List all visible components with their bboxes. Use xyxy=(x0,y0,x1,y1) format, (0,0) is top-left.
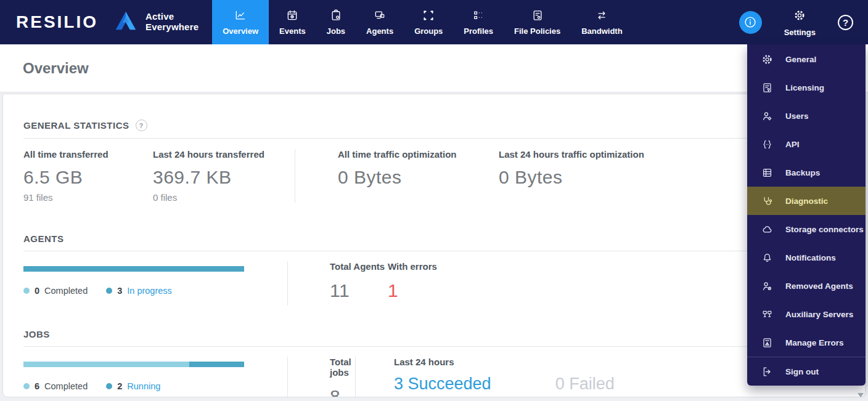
grid-dots-icon xyxy=(472,9,485,22)
settings-menu-item-sign-out[interactable]: Sign out xyxy=(747,357,866,386)
succeeded-value: 3 Succeeded xyxy=(394,375,491,394)
legend-count: 6 xyxy=(35,381,39,391)
total-agents-label: Total Agents xyxy=(330,261,388,272)
settings-menu-item-licensing[interactable]: Licensing xyxy=(747,73,866,102)
agents-row: 0 Completed 3 In progress Total Agents 1… xyxy=(23,261,847,306)
stat-value: 369.7 KB xyxy=(153,167,295,188)
product-name: Active Everywhere xyxy=(145,12,199,33)
nav-item-file-policies[interactable]: File Policies xyxy=(504,0,571,44)
chevron-down-icon xyxy=(858,393,864,397)
active-everywhere-brand: Active Everywhere xyxy=(113,10,199,34)
menu-item-label: Removed Agents xyxy=(785,282,853,291)
settings-dropdown-menu: General Licensing Users API Backups Diag… xyxy=(747,44,866,386)
menu-item-label: API xyxy=(785,140,800,149)
clipboard-icon xyxy=(330,9,342,22)
nav-item-overview[interactable]: Overview xyxy=(212,0,269,44)
legend-label: Completed xyxy=(44,381,88,391)
total-jobs-value: 8 xyxy=(330,386,355,397)
settings-menu-item-diagnostic[interactable]: Diagnostic xyxy=(747,187,866,215)
nav-item-label: Events xyxy=(279,26,306,36)
stat-value: 0 Bytes xyxy=(499,167,644,188)
legend-count: 2 xyxy=(117,381,122,391)
stat-all-time-transferred: All time transferred 6.5 GB 91 files xyxy=(23,149,153,203)
failed-value: 0 Failed xyxy=(555,375,615,394)
help-circle-icon[interactable]: ? xyxy=(136,119,147,131)
nav-item-label: Overview xyxy=(223,26,258,36)
menu-item-label: Manage Errors xyxy=(785,338,844,347)
divider xyxy=(23,346,865,347)
license-icon xyxy=(761,82,773,94)
scrollbar-down-button[interactable] xyxy=(855,390,866,400)
settings-menu-item-api[interactable]: API xyxy=(747,130,866,158)
legend-dot-icon xyxy=(106,383,112,389)
settings-menu-item-auxiliary-servers[interactable]: Auxiliary Servers xyxy=(747,300,866,328)
settings-menu-item-general[interactable]: General xyxy=(747,45,866,73)
settings-menu-item-notifications[interactable]: Notifications xyxy=(747,243,866,272)
settings-menu-item-removed-agents[interactable]: Removed Agents xyxy=(747,272,866,300)
nav-item-label: Groups xyxy=(414,26,443,36)
jobs-results: 3 Succeeded 0 Failed xyxy=(394,375,615,394)
settings-button[interactable]: Settings xyxy=(784,8,816,37)
menu-item-label: General xyxy=(785,55,816,64)
overview-card: GENERAL STATISTICS ? All time transferre… xyxy=(2,94,866,397)
legend-item: 0 Completed xyxy=(23,286,88,296)
user-remove-icon xyxy=(761,280,773,292)
file-warning-icon xyxy=(761,337,773,349)
nav-item-bandwidth[interactable]: Bandwidth xyxy=(571,0,633,44)
agents-progress-block: 0 Completed 3 In progress xyxy=(23,261,244,296)
settings-menu-item-backups[interactable]: Backups xyxy=(747,158,866,187)
nav-item-agents[interactable]: Agents xyxy=(356,0,404,44)
cloud-icon xyxy=(761,224,773,235)
jobs-header: JOBS xyxy=(23,329,847,339)
brand: RESILIO Active Everywhere xyxy=(0,0,212,44)
servers-icon xyxy=(761,309,773,320)
jobs-progress-bar xyxy=(23,362,244,367)
menu-item-label: Notifications xyxy=(785,253,836,262)
resilio-logo-icon xyxy=(113,10,139,34)
with-errors-label: With errors xyxy=(388,261,437,272)
bar-segment xyxy=(23,362,189,367)
license-icon xyxy=(761,82,773,94)
general-statistics-row: All time transferred 6.5 GB 91 files Las… xyxy=(23,149,847,203)
jobs-row: 6 Completed 2 Running Total jobs 8 Last … xyxy=(23,357,847,397)
help-button[interactable]: ? xyxy=(838,15,853,30)
nav-item-label: Agents xyxy=(366,26,393,36)
settings-menu-item-manage-errors[interactable]: Manage Errors xyxy=(747,328,866,357)
settings-menu-item-users[interactable]: Users xyxy=(747,102,866,130)
legend-item: 2 Running xyxy=(106,381,160,391)
legend-label: Running xyxy=(127,381,160,391)
settings-menu-item-storage-connectors[interactable]: Storage connectors xyxy=(747,215,866,243)
menu-item-label: Backups xyxy=(785,168,820,177)
stat-label: All time transferred xyxy=(23,149,153,160)
page-title: Overview xyxy=(23,44,868,92)
stat-sub: 0 files xyxy=(153,192,295,203)
page-header: Overview xyxy=(0,44,868,92)
arrows-swap-icon xyxy=(596,9,608,22)
bell-icon xyxy=(761,252,773,264)
with-errors-value: 1 xyxy=(388,280,437,301)
total-jobs-label: Total jobs xyxy=(330,357,355,378)
cloud-icon xyxy=(761,224,773,235)
gear-icon xyxy=(793,9,806,23)
stat-value: 0 Bytes xyxy=(338,167,499,188)
info-button[interactable] xyxy=(739,11,762,34)
stat-last24-transferred: Last 24 hours transferred 369.7 KB 0 fil… xyxy=(153,149,295,203)
resilio-logo-text: RESILIO xyxy=(16,12,98,32)
server-grid-icon xyxy=(761,167,773,179)
nav-item-profiles[interactable]: Profiles xyxy=(453,0,504,44)
menu-item-label: Users xyxy=(785,111,809,121)
calendar-icon xyxy=(286,9,298,22)
code-icon xyxy=(761,139,773,150)
grid-dots-icon xyxy=(472,9,485,22)
general-statistics-title: GENERAL STATISTICS xyxy=(23,120,129,131)
nav-item-groups[interactable]: Groups xyxy=(404,0,453,44)
legend-dot-icon xyxy=(23,288,30,294)
general-statistics-header: GENERAL STATISTICS ? xyxy=(23,94,847,131)
nav-item-events[interactable]: Events xyxy=(269,0,316,44)
file-gear-icon xyxy=(531,9,544,22)
sign-out-icon xyxy=(761,366,773,378)
nav-item-jobs[interactable]: Jobs xyxy=(316,0,356,44)
stat-label: Last 24 hours transferred xyxy=(153,149,295,160)
calendar-icon xyxy=(286,9,298,22)
agents-header: AGENTS xyxy=(23,233,847,244)
